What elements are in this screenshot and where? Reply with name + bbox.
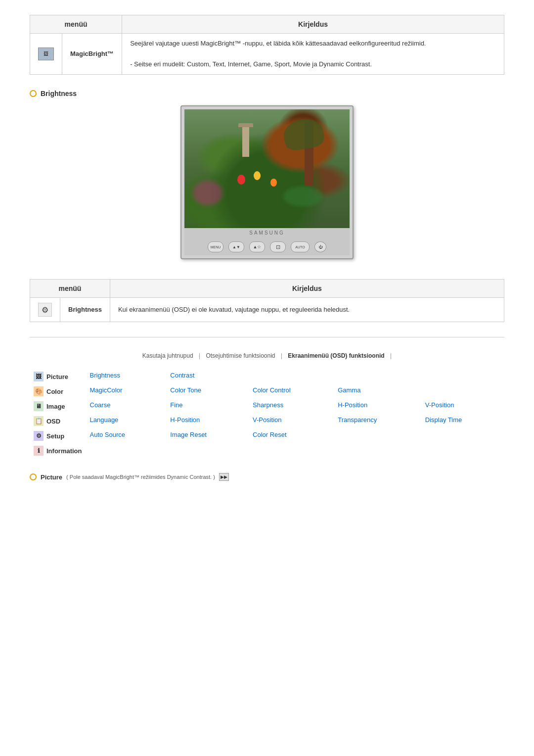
menu-header2: menüü (30, 280, 110, 298)
picture-bottom-note: ( Pole saadaval MagicBright™ režiimides … (66, 474, 215, 480)
auto-button[interactable]: AUTO (291, 241, 310, 252)
brightness-title: Brightness (41, 90, 77, 97)
menu-button[interactable]: MENU (208, 241, 223, 252)
monitor-controls[interactable]: MENU ▲▼ ▲☆ ⊡ AUTO ⏻ (184, 237, 350, 255)
setup-colorreset[interactable]: Color Reset (249, 428, 334, 443)
osd-transparency[interactable]: Transparency (334, 414, 421, 428)
image-fine[interactable]: Fine (166, 399, 249, 414)
image-icon: 🖥 (34, 401, 44, 411)
color-row: 🎨 Color MagicColor Color Tone Color Cont… (30, 384, 504, 399)
information-label: Information (46, 447, 82, 455)
desc-header: Kirjeldus (122, 15, 504, 34)
image-row: 🖥 Image Coarse Fine Sharpness H-Position… (30, 399, 504, 414)
setup-row: ⚙ Setup Auto Source Image Reset Color Re… (30, 428, 504, 443)
information-row: ℹ Information (30, 443, 504, 458)
monitor-container: SAMSUNG MENU ▲▼ ▲☆ ⊡ AUTO ⏻ (30, 105, 504, 259)
breadcrumb-item2[interactable]: Otsejuhtimise funktsioonid (206, 352, 275, 359)
magicbright-desc: Seejärel vajutage uuesti MagicBright™ -n… (122, 34, 504, 75)
brightness-circle-icon (30, 90, 37, 97)
picture-menu-item[interactable]: 🖼 Picture (34, 372, 82, 381)
balloon-orange (270, 179, 277, 187)
color-magiccolor[interactable]: MagicColor (86, 384, 167, 399)
breadcrumb-sep3: | (390, 352, 392, 359)
image-hposition[interactable]: H-Position (334, 399, 421, 414)
image-vposition[interactable]: V-Position (421, 399, 504, 414)
setup-imagereset[interactable]: Image Reset (166, 428, 249, 443)
image-sharpness[interactable]: Sharpness (249, 399, 334, 414)
breadcrumb-sep2: | (281, 352, 282, 359)
magicbright-icon: 🖼 (38, 47, 54, 60)
image-coarse[interactable]: Coarse (86, 399, 167, 414)
breadcrumb-sep1: | (199, 352, 200, 359)
info-icon: ℹ (34, 446, 44, 456)
osd-language[interactable]: Language (86, 414, 167, 428)
setup-label: Setup (46, 432, 64, 440)
divider (30, 337, 504, 337)
brightness-row-label: Brightness (60, 298, 110, 322)
osd-menu-item[interactable]: 📋 OSD (34, 416, 82, 426)
menu-header: menüü (30, 15, 122, 34)
osd-vposition[interactable]: V-Position (249, 414, 334, 428)
color-control[interactable]: Color Control (249, 384, 334, 399)
picture-icon: 🖼 (34, 372, 44, 381)
garden-background (184, 109, 350, 228)
information-menu-item[interactable]: ℹ Information (34, 446, 82, 456)
osd-displaytime[interactable]: Display Time (421, 414, 504, 428)
color-gamma[interactable]: Gamma (334, 384, 421, 399)
magicbright-table: menüü Kirjeldus 🖼 MagicBright™ Seejärel … (30, 15, 504, 75)
setup-autosource[interactable]: Auto Source (86, 428, 167, 443)
magicbright-icon-cell: 🖼 (30, 34, 62, 75)
osd-menu-cell: 📋 OSD (30, 414, 86, 428)
setup-menu-item[interactable]: ⚙ Setup (34, 431, 82, 441)
color-icon: 🎨 (34, 386, 44, 396)
picture-brightness[interactable]: Brightness (86, 369, 167, 384)
osd-hposition[interactable]: H-Position (166, 414, 249, 428)
monitor-outer: SAMSUNG MENU ▲▼ ▲☆ ⊡ AUTO ⏻ (180, 105, 354, 259)
magicbright-button[interactable]: ▲☆ (249, 241, 265, 252)
color-menu-cell: 🎨 Color (30, 384, 86, 399)
gear-icon: ⚙ (38, 303, 52, 317)
osd-row: 📋 OSD Language H-Position V-Position Tra… (30, 414, 504, 428)
brightness-row-desc: Kui ekraanimenüü (OSD) ei ole kuvatud, v… (110, 298, 504, 322)
brightness-button[interactable]: ▲▼ (228, 241, 244, 252)
picture-bottom-label: Picture (41, 473, 62, 481)
pagoda (242, 127, 249, 157)
color-label: Color (46, 388, 63, 395)
brightness-heading: Brightness (30, 90, 504, 97)
brightness-table: menüü Kirjeldus ⚙ Brightness Kui ekraani… (30, 279, 504, 322)
monitor-brand: SAMSUNG (184, 228, 350, 237)
image-label: Image (46, 403, 65, 410)
image-menu-cell: 🖥 Image (30, 399, 86, 414)
osd-label: OSD (46, 418, 60, 425)
picture-label: Picture (46, 373, 68, 380)
color-tone[interactable]: Color Tone (166, 384, 249, 399)
feature-grid: 🖼 Picture Brightness Contrast 🎨 Color Ma… (30, 369, 504, 458)
source-button[interactable]: ⊡ (270, 241, 286, 252)
picture-menu-cell: 🖼 Picture (30, 369, 86, 384)
setup-menu-cell: ⚙ Setup (30, 428, 86, 443)
brightness-icon-cell: ⚙ (30, 298, 60, 322)
desc-header2: Kirjeldus (110, 280, 504, 298)
image-menu-item[interactable]: 🖥 Image (34, 401, 82, 411)
setup-icon: ⚙ (34, 431, 44, 441)
picture-bottom-section: Picture ( Pole saadaval MagicBright™ rež… (30, 473, 504, 481)
breadcrumb-item1[interactable]: Kasutaja juhtnupud (142, 352, 193, 359)
picture-row: 🖼 Picture Brightness Contrast (30, 369, 504, 384)
picture-contrast[interactable]: Contrast (166, 369, 249, 384)
information-menu-cell: ℹ Information (30, 443, 86, 458)
flowers-left (193, 181, 222, 205)
magicbright-label: MagicBright™ (62, 34, 122, 75)
osd-icon: 📋 (34, 416, 44, 426)
monitor-screen (184, 109, 350, 228)
breadcrumb-item3[interactable]: Ekraanimenüü (OSD) funktsioonid (288, 352, 384, 359)
color-menu-item[interactable]: 🎨 Color (34, 386, 82, 396)
picture-circle-icon (30, 473, 37, 480)
power-button[interactable]: ⏻ (314, 241, 326, 252)
next-button[interactable]: ▶▶ (219, 473, 229, 481)
breadcrumb: Kasutaja juhtnupud | Otsejuhtimise funkt… (30, 352, 504, 359)
